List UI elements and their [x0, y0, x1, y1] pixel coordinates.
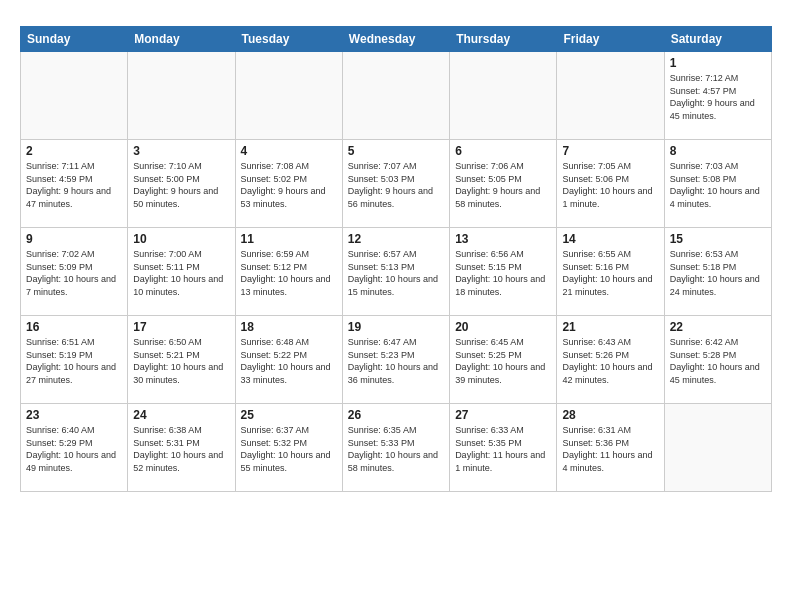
calendar-cell: 28Sunrise: 6:31 AM Sunset: 5:36 PM Dayli…: [557, 404, 664, 492]
day-info: Sunrise: 6:33 AM Sunset: 5:35 PM Dayligh…: [455, 424, 551, 474]
day-number: 24: [133, 408, 229, 422]
weekday-header-saturday: Saturday: [664, 27, 771, 52]
day-number: 14: [562, 232, 658, 246]
header: General Blue: [20, 16, 772, 18]
weekday-header-monday: Monday: [128, 27, 235, 52]
day-info: Sunrise: 6:37 AM Sunset: 5:32 PM Dayligh…: [241, 424, 337, 474]
calendar-cell: 25Sunrise: 6:37 AM Sunset: 5:32 PM Dayli…: [235, 404, 342, 492]
day-info: Sunrise: 6:57 AM Sunset: 5:13 PM Dayligh…: [348, 248, 444, 298]
day-number: 3: [133, 144, 229, 158]
day-info: Sunrise: 7:07 AM Sunset: 5:03 PM Dayligh…: [348, 160, 444, 210]
calendar-cell: 22Sunrise: 6:42 AM Sunset: 5:28 PM Dayli…: [664, 316, 771, 404]
day-info: Sunrise: 7:06 AM Sunset: 5:05 PM Dayligh…: [455, 160, 551, 210]
calendar-cell: 27Sunrise: 6:33 AM Sunset: 5:35 PM Dayli…: [450, 404, 557, 492]
calendar-cell: 2Sunrise: 7:11 AM Sunset: 4:59 PM Daylig…: [21, 140, 128, 228]
day-number: 16: [26, 320, 122, 334]
calendar-cell: 6Sunrise: 7:06 AM Sunset: 5:05 PM Daylig…: [450, 140, 557, 228]
day-number: 5: [348, 144, 444, 158]
day-info: Sunrise: 7:05 AM Sunset: 5:06 PM Dayligh…: [562, 160, 658, 210]
week-row-4: 23Sunrise: 6:40 AM Sunset: 5:29 PM Dayli…: [21, 404, 772, 492]
day-info: Sunrise: 7:00 AM Sunset: 5:11 PM Dayligh…: [133, 248, 229, 298]
calendar-cell: 8Sunrise: 7:03 AM Sunset: 5:08 PM Daylig…: [664, 140, 771, 228]
calendar-cell: 26Sunrise: 6:35 AM Sunset: 5:33 PM Dayli…: [342, 404, 449, 492]
day-info: Sunrise: 6:35 AM Sunset: 5:33 PM Dayligh…: [348, 424, 444, 474]
day-info: Sunrise: 7:03 AM Sunset: 5:08 PM Dayligh…: [670, 160, 766, 210]
day-info: Sunrise: 6:56 AM Sunset: 5:15 PM Dayligh…: [455, 248, 551, 298]
calendar-cell: 24Sunrise: 6:38 AM Sunset: 5:31 PM Dayli…: [128, 404, 235, 492]
day-number: 21: [562, 320, 658, 334]
calendar-cell: [557, 52, 664, 140]
calendar-cell: 7Sunrise: 7:05 AM Sunset: 5:06 PM Daylig…: [557, 140, 664, 228]
day-info: Sunrise: 6:42 AM Sunset: 5:28 PM Dayligh…: [670, 336, 766, 386]
day-number: 10: [133, 232, 229, 246]
weekday-header-friday: Friday: [557, 27, 664, 52]
day-number: 28: [562, 408, 658, 422]
day-info: Sunrise: 6:51 AM Sunset: 5:19 PM Dayligh…: [26, 336, 122, 386]
day-number: 13: [455, 232, 551, 246]
calendar: SundayMondayTuesdayWednesdayThursdayFrid…: [20, 26, 772, 492]
calendar-cell: 18Sunrise: 6:48 AM Sunset: 5:22 PM Dayli…: [235, 316, 342, 404]
calendar-cell: 15Sunrise: 6:53 AM Sunset: 5:18 PM Dayli…: [664, 228, 771, 316]
day-number: 27: [455, 408, 551, 422]
weekday-header-thursday: Thursday: [450, 27, 557, 52]
calendar-cell: 1Sunrise: 7:12 AM Sunset: 4:57 PM Daylig…: [664, 52, 771, 140]
weekday-header-row: SundayMondayTuesdayWednesdayThursdayFrid…: [21, 27, 772, 52]
weekday-header-tuesday: Tuesday: [235, 27, 342, 52]
day-number: 9: [26, 232, 122, 246]
day-number: 26: [348, 408, 444, 422]
calendar-cell: [342, 52, 449, 140]
calendar-cell: 14Sunrise: 6:55 AM Sunset: 5:16 PM Dayli…: [557, 228, 664, 316]
calendar-cell: 23Sunrise: 6:40 AM Sunset: 5:29 PM Dayli…: [21, 404, 128, 492]
calendar-cell: 4Sunrise: 7:08 AM Sunset: 5:02 PM Daylig…: [235, 140, 342, 228]
day-number: 4: [241, 144, 337, 158]
day-info: Sunrise: 7:10 AM Sunset: 5:00 PM Dayligh…: [133, 160, 229, 210]
calendar-cell: 10Sunrise: 7:00 AM Sunset: 5:11 PM Dayli…: [128, 228, 235, 316]
day-info: Sunrise: 6:53 AM Sunset: 5:18 PM Dayligh…: [670, 248, 766, 298]
day-info: Sunrise: 6:50 AM Sunset: 5:21 PM Dayligh…: [133, 336, 229, 386]
day-info: Sunrise: 6:48 AM Sunset: 5:22 PM Dayligh…: [241, 336, 337, 386]
day-info: Sunrise: 7:12 AM Sunset: 4:57 PM Dayligh…: [670, 72, 766, 122]
calendar-cell: 13Sunrise: 6:56 AM Sunset: 5:15 PM Dayli…: [450, 228, 557, 316]
day-number: 25: [241, 408, 337, 422]
calendar-cell: [21, 52, 128, 140]
calendar-cell: 9Sunrise: 7:02 AM Sunset: 5:09 PM Daylig…: [21, 228, 128, 316]
week-row-2: 9Sunrise: 7:02 AM Sunset: 5:09 PM Daylig…: [21, 228, 772, 316]
day-number: 19: [348, 320, 444, 334]
day-number: 18: [241, 320, 337, 334]
day-info: Sunrise: 6:43 AM Sunset: 5:26 PM Dayligh…: [562, 336, 658, 386]
day-info: Sunrise: 6:47 AM Sunset: 5:23 PM Dayligh…: [348, 336, 444, 386]
calendar-cell: 11Sunrise: 6:59 AM Sunset: 5:12 PM Dayli…: [235, 228, 342, 316]
weekday-header-wednesday: Wednesday: [342, 27, 449, 52]
day-number: 2: [26, 144, 122, 158]
day-info: Sunrise: 6:38 AM Sunset: 5:31 PM Dayligh…: [133, 424, 229, 474]
week-row-0: 1Sunrise: 7:12 AM Sunset: 4:57 PM Daylig…: [21, 52, 772, 140]
day-info: Sunrise: 6:40 AM Sunset: 5:29 PM Dayligh…: [26, 424, 122, 474]
day-number: 8: [670, 144, 766, 158]
day-number: 11: [241, 232, 337, 246]
calendar-cell: 3Sunrise: 7:10 AM Sunset: 5:00 PM Daylig…: [128, 140, 235, 228]
weekday-header-sunday: Sunday: [21, 27, 128, 52]
day-number: 22: [670, 320, 766, 334]
day-number: 6: [455, 144, 551, 158]
day-info: Sunrise: 6:31 AM Sunset: 5:36 PM Dayligh…: [562, 424, 658, 474]
week-row-1: 2Sunrise: 7:11 AM Sunset: 4:59 PM Daylig…: [21, 140, 772, 228]
day-info: Sunrise: 6:59 AM Sunset: 5:12 PM Dayligh…: [241, 248, 337, 298]
calendar-cell: 17Sunrise: 6:50 AM Sunset: 5:21 PM Dayli…: [128, 316, 235, 404]
day-number: 17: [133, 320, 229, 334]
page: General Blue SundayMondayTuesdayWednesda…: [0, 0, 792, 508]
calendar-cell: [128, 52, 235, 140]
calendar-cell: 5Sunrise: 7:07 AM Sunset: 5:03 PM Daylig…: [342, 140, 449, 228]
day-number: 1: [670, 56, 766, 70]
calendar-cell: [664, 404, 771, 492]
day-info: Sunrise: 7:02 AM Sunset: 5:09 PM Dayligh…: [26, 248, 122, 298]
week-row-3: 16Sunrise: 6:51 AM Sunset: 5:19 PM Dayli…: [21, 316, 772, 404]
calendar-cell: 19Sunrise: 6:47 AM Sunset: 5:23 PM Dayli…: [342, 316, 449, 404]
day-info: Sunrise: 6:55 AM Sunset: 5:16 PM Dayligh…: [562, 248, 658, 298]
day-number: 20: [455, 320, 551, 334]
day-info: Sunrise: 7:08 AM Sunset: 5:02 PM Dayligh…: [241, 160, 337, 210]
day-info: Sunrise: 6:45 AM Sunset: 5:25 PM Dayligh…: [455, 336, 551, 386]
calendar-cell: 16Sunrise: 6:51 AM Sunset: 5:19 PM Dayli…: [21, 316, 128, 404]
calendar-cell: [450, 52, 557, 140]
calendar-cell: 21Sunrise: 6:43 AM Sunset: 5:26 PM Dayli…: [557, 316, 664, 404]
day-number: 12: [348, 232, 444, 246]
